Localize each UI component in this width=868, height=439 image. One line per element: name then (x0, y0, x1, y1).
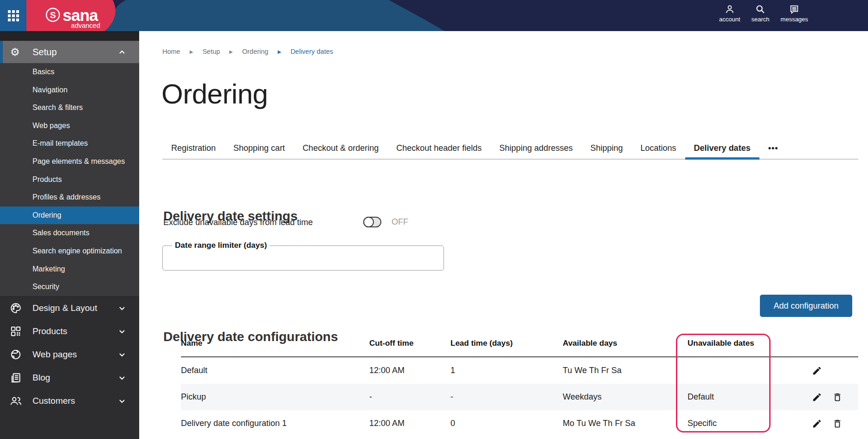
column-header-unavailable-dates: Unavailable dates (688, 339, 812, 348)
toggle-state-label: OFF (392, 217, 408, 227)
sidebar-section-design-layout-label: Design & Layout (32, 303, 97, 313)
account-icon (725, 4, 735, 14)
tab-checkout-header-fields[interactable]: Checkout header fields (387, 138, 490, 159)
sidebar-section-setup[interactable]: ⚙ Setup (0, 41, 139, 63)
setup-submenu: Basics Navigation Search & filters Web p… (0, 63, 139, 296)
breadcrumb-separator-icon: ▶ (190, 49, 193, 54)
sidebar-section-blog-label: Blog (32, 373, 50, 383)
sidebar-sections: Design & Layout Products Web pages (0, 296, 139, 413)
sidebar-item-navigation[interactable]: Navigation (0, 81, 139, 99)
cell-lead: 0 (450, 419, 563, 428)
products-grid-icon (9, 325, 22, 337)
sidebar-section-web-pages[interactable]: Web pages (0, 343, 139, 366)
table-row: Delivery date configuration 1 12:00 AM 0… (181, 410, 858, 437)
edit-pencil-icon[interactable] (812, 419, 822, 429)
delete-trash-icon[interactable] (832, 419, 842, 429)
chevron-down-icon (119, 306, 125, 311)
breadcrumb-separator-icon: ▶ (229, 49, 233, 54)
breadcrumb-current: Delivery dates (290, 48, 333, 55)
edit-pencil-icon[interactable] (812, 392, 822, 402)
chevron-down-icon (119, 353, 125, 357)
exclude-days-toggle[interactable] (363, 217, 381, 227)
chevron-down-icon (119, 376, 125, 381)
sidebar-section-design-layout[interactable]: Design & Layout (0, 297, 139, 320)
edit-pencil-icon[interactable] (812, 366, 822, 376)
sidebar-item-profiles-addresses[interactable]: Profiles & addresses (0, 188, 139, 207)
search-button[interactable]: search (752, 4, 770, 23)
sidebar-item-products[interactable]: Products (0, 171, 139, 189)
tab-overflow-ellipsis[interactable]: ••• (759, 138, 787, 159)
header-actions: account search messages (719, 4, 808, 23)
top-header: S sana advanced account search messages (0, 0, 868, 31)
tab-locations[interactable]: Locations (632, 138, 685, 159)
breadcrumb-separator-icon: ▶ (277, 49, 281, 54)
sidebar-item-basics[interactable]: Basics (0, 63, 139, 81)
cell-days: Mo Tu We Th Fr Sa (563, 419, 688, 428)
tab-delivery-dates[interactable]: Delivery dates (685, 138, 759, 159)
account-label: account (719, 16, 740, 23)
page-title: Ordering (161, 78, 268, 110)
sidebar-item-ordering[interactable]: Ordering (0, 207, 139, 225)
date-range-limiter-label: Date range limiter (days) (172, 241, 270, 250)
table-header-row: Name Cut-off time Lead time (days) Avail… (181, 330, 858, 357)
breadcrumb-setup[interactable]: Setup (202, 48, 220, 55)
date-range-limiter-field: Date range limiter (days) (162, 241, 444, 271)
delete-trash-icon[interactable] (832, 392, 842, 402)
messages-button[interactable]: messages (781, 4, 808, 23)
sidebar-section-products[interactable]: Products (0, 320, 139, 343)
account-button[interactable]: account (719, 4, 740, 23)
tab-shipping-addresses[interactable]: Shipping addresses (490, 138, 581, 159)
cell-days: Tu We Th Fr Sa (563, 366, 688, 375)
tab-shipping[interactable]: Shipping (581, 138, 631, 159)
messages-label: messages (781, 16, 808, 23)
sidebar-section-web-pages-label: Web pages (32, 349, 77, 360)
main-content: Home ▶ Setup ▶ Ordering ▶ Delivery dates… (139, 31, 868, 439)
sidebar-item-sales-documents[interactable]: Sales documents (0, 224, 139, 242)
sidebar-item-marketing[interactable]: Marketing (0, 260, 139, 278)
sidebar-section-customers-label: Customers (32, 396, 75, 406)
sidebar-section-setup-label: Setup (32, 47, 57, 58)
messages-icon (789, 4, 799, 14)
sana-logo-mark: S (50, 10, 56, 20)
tab-checkout-ordering[interactable]: Checkout & ordering (294, 138, 387, 159)
cell-lead: 1 (450, 366, 563, 375)
tab-registration[interactable]: Registration (162, 138, 225, 159)
exclude-days-toggle-label: Exclude unavailable days from lead time (163, 218, 313, 227)
date-range-limiter-input[interactable] (168, 250, 438, 264)
column-header-available-days: Available days (563, 339, 688, 348)
customers-people-icon (9, 395, 22, 407)
sidebar-top-strip (0, 31, 139, 41)
column-header-cutoff: Cut-off time (369, 339, 450, 348)
search-label: search (752, 16, 770, 23)
globe-icon (9, 349, 22, 361)
breadcrumb: Home ▶ Setup ▶ Ordering ▶ Delivery dates (162, 48, 333, 55)
cell-unavailable: Default (688, 392, 812, 402)
breadcrumb-home[interactable]: Home (162, 48, 180, 55)
tab-bar: Registration Shopping cart Checkout & or… (162, 138, 858, 160)
sidebar-section-customers[interactable]: Customers (0, 389, 139, 413)
search-icon (755, 4, 765, 14)
cell-cutoff: 12:00 AM (369, 366, 450, 375)
sidebar-item-page-elements[interactable]: Page elements & messages (0, 153, 139, 171)
palette-icon (9, 302, 22, 314)
breadcrumb-ordering[interactable]: Ordering (242, 48, 268, 55)
add-configuration-button[interactable]: Add configuration (760, 295, 852, 317)
sidebar-item-search-filters[interactable]: Search & filters (0, 99, 139, 117)
tab-shopping-cart[interactable]: Shopping cart (225, 138, 294, 159)
sidebar-item-web-pages[interactable]: Web pages (0, 117, 139, 135)
delivery-configurations-table: Name Cut-off time Lead time (days) Avail… (181, 330, 858, 437)
sidebar-item-seo[interactable]: Search engine optimization (0, 242, 139, 260)
table-row: Pickup - - Weekdays Default (181, 384, 858, 410)
cell-name: Pickup (181, 392, 369, 402)
apps-menu-button[interactable] (0, 0, 26, 31)
exclude-days-setting-row: Exclude unavailable days from lead time … (163, 217, 313, 228)
sidebar-section-blog[interactable]: Blog (0, 366, 139, 389)
cell-cutoff: - (369, 392, 450, 402)
cell-cutoff: 12:00 AM (369, 419, 450, 428)
chevron-down-icon (119, 399, 125, 404)
sidebar-item-security[interactable]: Security (0, 278, 139, 296)
table-row: Default 12:00 AM 1 Tu We Th Fr Sa (181, 357, 858, 384)
apps-grid-icon (8, 10, 19, 21)
sidebar: ⚙ Setup Basics Navigation Search & filte… (0, 31, 139, 439)
sidebar-item-email-templates[interactable]: E-mail templates (0, 135, 139, 153)
